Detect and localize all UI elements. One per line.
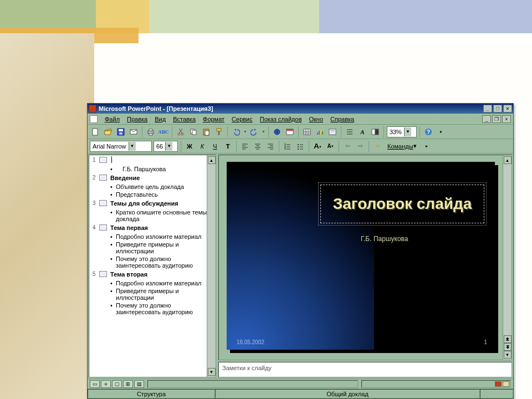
scroll-up-icon[interactable]: ▲ [504,156,511,164]
commands-button[interactable]: Команды ▾ [385,141,420,152]
new-slide-button[interactable] [327,126,338,137]
chevron-down-icon[interactable]: ▼ [129,142,136,151]
outline-slide-header[interactable]: 5Тема вторая [89,269,216,279]
bulleted-list-button[interactable] [295,141,306,152]
outline-bullet[interactable]: Подробно изложите материал [89,233,216,241]
format-painter-button[interactable] [213,126,224,137]
bold-button[interactable]: Ж [184,141,195,152]
underline-button[interactable]: Ч [209,141,221,152]
align-right-button[interactable] [265,141,276,152]
font-combo[interactable]: Arial Narrow ▼ [90,141,152,152]
hyperlink-button[interactable] [272,126,283,137]
document-icon[interactable] [90,115,98,123]
font-size-combo[interactable]: 66 ▼ [154,141,178,152]
shadow-button[interactable]: T [222,141,233,152]
outline-scrollbar[interactable]: ▲ ▼ [207,155,216,377]
outline-bullet[interactable]: Кратко опишите основные темы доклада [89,208,216,223]
new-button[interactable] [90,126,101,137]
mail-button[interactable] [128,126,139,137]
align-center-button[interactable] [252,141,263,152]
sorter-view-button[interactable]: ⊞ [123,380,133,388]
outline-slide-header[interactable]: 3Темы для обсуждения [89,198,216,208]
promote-button[interactable]: ⇦ [342,141,353,152]
menu-help[interactable]: Справка [327,115,357,124]
draw-guide2-icon[interactable] [503,381,509,387]
close-button[interactable]: × [503,105,512,112]
grayscale-button[interactable] [370,126,381,137]
doc-restore-button[interactable]: ❐ [492,115,501,123]
cut-button[interactable] [175,126,186,137]
zoom-combo[interactable]: 33% ▼ [387,126,417,137]
print-button[interactable] [145,126,156,137]
outline-slide-header[interactable]: 2Введение [89,173,216,183]
menu-insert[interactable]: Вставка [170,115,199,124]
open-button[interactable] [103,126,114,137]
menu-view[interactable]: Вид [151,115,169,124]
redo-button[interactable] [249,126,260,137]
outline-bullet[interactable]: Подробно изложите материал [89,279,216,287]
menu-slideshow[interactable]: Показ слайдов [257,115,305,124]
outline-slide-header[interactable]: 1 [89,155,216,165]
copy-button[interactable] [188,126,199,137]
draw-guide-icon[interactable] [495,381,502,387]
paste-button[interactable] [201,126,212,137]
outline-bullet[interactable]: Приведите примеры и иллюстрации [89,287,216,301]
prev-slide-button[interactable]: ⯭ [504,335,511,343]
undo-button[interactable] [231,126,242,137]
insert-chart-button[interactable] [314,126,325,137]
show-formatting-button[interactable]: A [357,126,368,137]
chevron-down-icon[interactable]: ▼ [165,142,172,151]
outline-bullet[interactable]: Объявите цель доклада [89,183,216,191]
menu-tools[interactable]: Сервис [228,115,256,124]
normal-view-button[interactable]: ▭ [90,380,100,388]
outline-pane[interactable]: 1 Г.Б. Паршукова 2Введение Объявите цель… [89,155,216,377]
slide-title-placeholder[interactable]: Заголовок слайда [320,185,484,223]
notes-pane[interactable]: Заметки к слайду [218,362,512,377]
save-button[interactable] [115,126,126,137]
menu-window[interactable]: Окно [306,115,327,124]
scroll-up-icon[interactable]: ▲ [208,156,216,164]
demote-button[interactable]: ⇨ [355,141,366,152]
outline-author[interactable]: Г.Б. Паршукова [89,165,216,173]
slide-title-text[interactable]: Заголовок слайда [333,195,472,213]
minimize-button[interactable]: _ [483,105,492,112]
slide-pane[interactable]: Заголовок слайда Г.Б. Паршукова 18.05.20… [218,155,512,360]
slide-subtitle[interactable]: Г.Б. Паршукова [361,235,408,243]
toolbar-options-button[interactable]: ▸ [421,141,432,152]
menu-edit[interactable]: Правка [124,115,151,124]
toolbar-options-button[interactable]: ▸ [436,126,447,137]
menu-format[interactable]: Формат [200,115,228,124]
outline-bullet[interactable]: Приведите примеры и иллюстрации [89,241,216,255]
outline-bullet[interactable]: Почему это должно заинтересовать аудитор… [89,255,216,269]
title-bar[interactable]: Microsoft PowerPoint - [Презентация3] _ … [88,104,513,114]
chevron-down-icon[interactable]: ▼ [404,127,411,136]
animation-effects-button[interactable]: ✶ [372,141,383,152]
outline-bullet[interactable]: Почему это должно заинтересовать аудитор… [89,301,216,316]
italic-button[interactable]: К [197,141,208,152]
maximize-button[interactable]: □ [493,105,502,112]
slide-view-button[interactable]: ▢ [112,380,122,388]
slide-scrollbar[interactable]: ▲ ⯭ ⯯ ▼ [503,155,511,360]
hscrollbar-right[interactable] [361,380,511,388]
increase-font-button[interactable]: A▴ [312,141,323,152]
insert-table-button[interactable] [301,126,313,137]
scroll-down-icon[interactable]: ▼ [208,368,216,376]
web-toolbar-button[interactable] [284,126,295,137]
doc-minimize-button[interactable]: _ [482,115,491,123]
outline-view-button[interactable]: ≡ [101,380,111,388]
decrease-font-button[interactable]: A▾ [325,141,336,152]
help-button[interactable]: ? [423,126,434,137]
hscrollbar[interactable] [147,380,358,388]
scroll-down-icon[interactable]: ▼ [504,351,511,359]
doc-close-button[interactable]: × [502,115,511,123]
outline-slide-header[interactable]: 4Тема первая [89,223,216,233]
expand-button[interactable] [344,126,355,137]
outline-bullet[interactable]: Представьтесь [89,191,216,198]
next-slide-button[interactable]: ⯯ [504,343,511,351]
slideshow-view-button[interactable]: ▤ [134,380,144,388]
numbered-list-button[interactable]: 123 [282,141,293,152]
spellcheck-button[interactable]: ABC [158,126,169,137]
slide-canvas[interactable]: Заголовок слайда Г.Б. Паршукова 18.05.20… [227,162,495,350]
menu-file[interactable]: Файл [101,115,123,124]
align-left-button[interactable] [239,141,250,152]
